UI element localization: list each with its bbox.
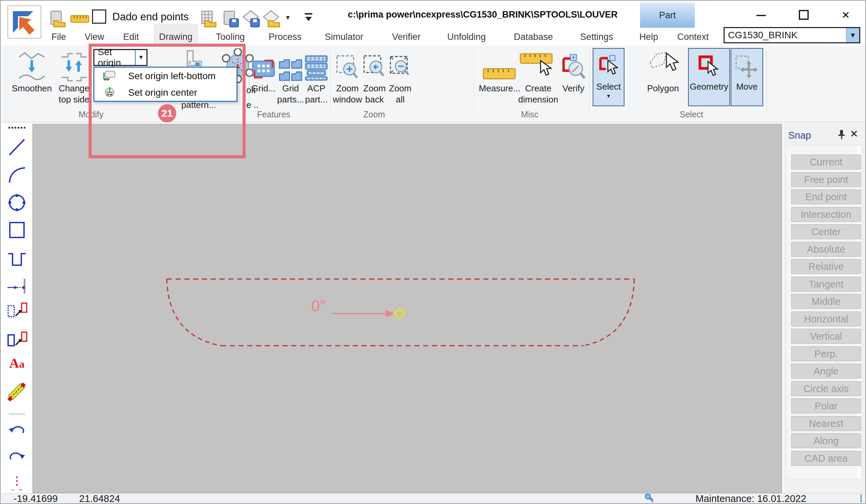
dimension-tool[interactable] bbox=[6, 379, 28, 405]
point-dimension-tool[interactable] bbox=[6, 276, 28, 296]
geometry-icon bbox=[697, 49, 721, 81]
open-unfold-button[interactable] bbox=[263, 10, 281, 29]
snap-polar[interactable]: Polar bbox=[791, 399, 861, 413]
menu-process[interactable]: Process bbox=[269, 32, 302, 42]
save-part-button[interactable] bbox=[221, 10, 240, 29]
snap-center[interactable]: Center bbox=[791, 224, 861, 239]
open-grid-button[interactable] bbox=[199, 10, 218, 29]
polygon-button[interactable]: Polygon bbox=[643, 48, 682, 94]
cursor-x-coordinate: -19.41699 bbox=[13, 493, 58, 504]
minimize-button[interactable] bbox=[752, 7, 770, 23]
corner-feature-icon[interactable] bbox=[184, 50, 203, 69]
origin-center-icon bbox=[102, 86, 120, 99]
snap-perp[interactable]: Perp. bbox=[791, 346, 861, 361]
combo-dropdown-icon[interactable]: ▼ bbox=[846, 28, 859, 42]
move-icon bbox=[735, 49, 759, 81]
verify-button[interactable]: Verify bbox=[559, 48, 587, 94]
acp-part-button[interactable]: ACP part... bbox=[303, 48, 330, 105]
grid-file-icon bbox=[199, 10, 218, 29]
zoom-all-button[interactable]: Zoom all bbox=[387, 48, 413, 105]
dado-end-points-label: Dado end points bbox=[112, 11, 189, 23]
geometry-button[interactable]: Geometry bbox=[688, 48, 730, 106]
change-top-side-button[interactable]: Change top side bbox=[54, 48, 95, 105]
menu-tooling[interactable]: Tooling bbox=[216, 32, 245, 42]
ribbon-options-button[interactable] bbox=[304, 12, 313, 26]
line-tool[interactable] bbox=[6, 137, 28, 158]
group-label-select: Select bbox=[680, 110, 703, 120]
grid-parts-button[interactable]: Grid parts... bbox=[277, 48, 304, 105]
menu-help[interactable]: Help bbox=[639, 32, 658, 42]
snap-vertical[interactable]: Vertical bbox=[791, 329, 861, 344]
snap-nearest[interactable]: Nearest bbox=[791, 416, 861, 431]
status-caret bbox=[861, 494, 862, 503]
smoothen-button[interactable]: Smoothen bbox=[10, 48, 54, 94]
snap-current[interactable]: Current bbox=[791, 155, 861, 169]
snap-cad-area[interactable]: CAD area bbox=[791, 451, 861, 466]
save-unfold-button[interactable] bbox=[242, 10, 261, 29]
snap-intersection[interactable]: Intersection bbox=[791, 207, 861, 222]
copy-geometry-tool[interactable] bbox=[6, 330, 28, 355]
menu-file[interactable]: File bbox=[52, 32, 66, 42]
notch-tool[interactable] bbox=[6, 250, 28, 269]
undo-button[interactable] bbox=[6, 423, 28, 441]
menu-context[interactable]: Context bbox=[677, 32, 709, 42]
open-part-button[interactable] bbox=[48, 10, 67, 29]
move-button[interactable]: Move bbox=[731, 48, 763, 106]
create-dimension-button[interactable]: Create dimension bbox=[516, 48, 560, 105]
zoom-back-button[interactable]: Zoom back bbox=[362, 48, 387, 105]
select-dropdown-icon[interactable]: ▼ bbox=[606, 93, 611, 99]
toolbar-grip-icon[interactable] bbox=[6, 126, 28, 130]
menu-settings[interactable]: Settings bbox=[580, 32, 613, 42]
snap-free-point[interactable]: Free point bbox=[791, 172, 861, 187]
construction-line-tool[interactable] bbox=[6, 475, 28, 493]
measure-button[interactable]: Measure... bbox=[478, 48, 522, 94]
snap-tangent[interactable]: Tangent bbox=[791, 277, 861, 292]
measure-icon bbox=[483, 48, 517, 83]
snap-middle[interactable]: Middle bbox=[791, 294, 861, 309]
copy-construction-tool[interactable] bbox=[6, 301, 28, 325]
menu-unfolding[interactable]: Unfolding bbox=[447, 32, 486, 42]
snap-close-icon[interactable]: ✕ bbox=[850, 128, 858, 140]
cursor-y-coordinate: 21.64824 bbox=[79, 493, 120, 504]
snap-horizontal[interactable]: Horizontal bbox=[791, 312, 861, 326]
menu-item-set-origin-left-bottom[interactable]: Set origin left-bottom bbox=[95, 68, 236, 84]
part-selector-combobox[interactable]: CG1530_BRINK ▼ bbox=[724, 27, 860, 43]
app-logo[interactable] bbox=[8, 5, 41, 38]
maximize-button[interactable] bbox=[795, 7, 812, 23]
polygon-icon bbox=[647, 48, 679, 83]
create-dimension-icon bbox=[520, 48, 557, 83]
group-label-features: Features bbox=[257, 110, 291, 120]
snap-relative[interactable]: Relative bbox=[791, 259, 861, 274]
qat-dropdown-arrow-icon[interactable]: ▼ bbox=[285, 14, 291, 21]
snap-along[interactable]: Along bbox=[791, 433, 861, 448]
set-origin-menu: Set origin left-bottom Set origin center bbox=[93, 67, 237, 102]
snap-circle-axis[interactable]: Circle axis bbox=[791, 381, 861, 396]
arc-tool[interactable] bbox=[6, 164, 28, 186]
menu-verifier[interactable]: Verifier bbox=[392, 32, 421, 42]
dado-end-points-checkbox[interactable] bbox=[92, 10, 106, 24]
text-tool[interactable]: Aa bbox=[6, 356, 28, 371]
maintenance-info: Maintenance: 16.01.2022 bbox=[696, 493, 806, 504]
menu-database[interactable]: Database bbox=[514, 32, 553, 42]
circle-tool[interactable] bbox=[6, 191, 28, 214]
context-tab-part[interactable]: Part bbox=[640, 3, 695, 28]
select-button[interactable]: Select ▼ bbox=[593, 48, 624, 106]
snap-absolute[interactable]: Absolute bbox=[791, 242, 861, 257]
menu-drawing[interactable]: Drawing bbox=[159, 32, 192, 42]
close-button[interactable]: ✕ bbox=[837, 7, 855, 23]
redo-button[interactable] bbox=[6, 448, 28, 466]
menu-edit[interactable]: Edit bbox=[123, 32, 139, 42]
set-origin-button[interactable]: Set origin ▼ bbox=[93, 49, 147, 66]
snap-button-area: Current Free point End point Intersectio… bbox=[786, 145, 862, 480]
snap-angle[interactable]: Angle bbox=[791, 363, 861, 379]
measure-quick-button[interactable] bbox=[70, 13, 89, 32]
set-origin-dropdown-icon[interactable]: ▼ bbox=[135, 50, 146, 65]
rectangle-tool[interactable] bbox=[6, 220, 28, 241]
zoom-window-button[interactable]: Zoom window bbox=[334, 48, 361, 105]
menu-simulator[interactable]: Simulator bbox=[325, 32, 363, 42]
menu-item-set-origin-center[interactable]: Set origin center bbox=[95, 84, 236, 101]
pin-icon[interactable] bbox=[836, 129, 846, 142]
menu-view[interactable]: View bbox=[85, 32, 104, 42]
snap-end-point[interactable]: End point bbox=[791, 189, 861, 204]
drawing-canvas[interactable]: 0° bbox=[33, 124, 782, 493]
